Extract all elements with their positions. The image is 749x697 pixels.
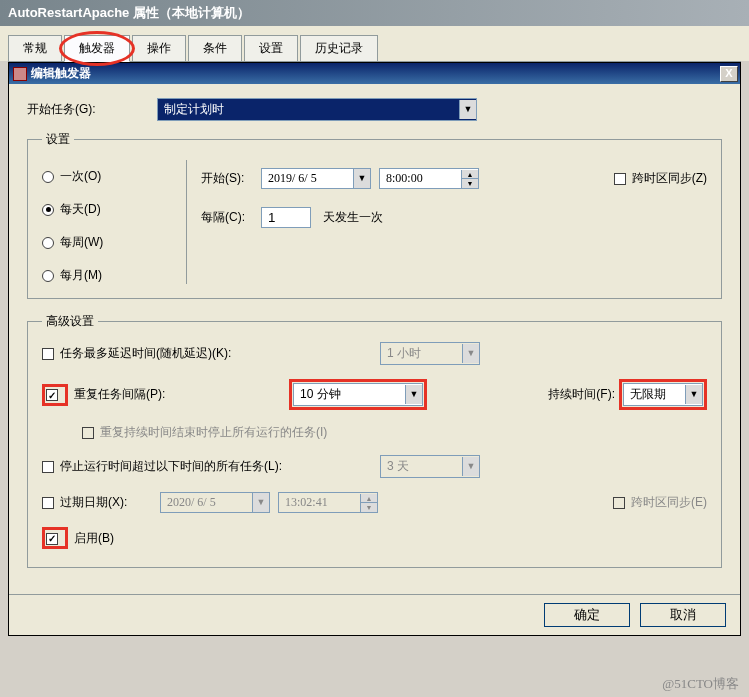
dialog-title: 编辑触发器 — [31, 65, 720, 82]
radio-icon — [42, 270, 54, 282]
dropdown-arrow-icon: ▼ — [462, 457, 479, 476]
repeat-interval-combo[interactable]: 10 分钟 ▼ — [293, 383, 423, 406]
edit-trigger-dialog: 编辑触发器 X 开始任务(G): 制定计划时 ▼ 设置 一次(O) — [8, 62, 741, 636]
cancel-button[interactable]: 取消 — [640, 603, 726, 627]
expire-time-spinner: 13:02:41 ▲▼ — [278, 492, 378, 513]
stop-after-value: 3 天 — [381, 456, 462, 477]
start-time-value: 8:00:00 — [380, 169, 461, 188]
tab-history[interactable]: 历史记录 — [300, 35, 378, 61]
repeat-interval-value: 10 分钟 — [294, 384, 405, 405]
start-label: 开始(S): — [201, 170, 261, 187]
radio-daily-label: 每天(D) — [60, 201, 101, 218]
settings-group: 设置 一次(O) 每天(D) 每周(W) — [27, 131, 722, 299]
interval-suffix: 天发生一次 — [323, 209, 383, 226]
tab-conditions[interactable]: 条件 — [188, 35, 242, 61]
dropdown-arrow-icon[interactable]: ▼ — [459, 100, 476, 119]
annotation-box — [42, 527, 68, 549]
interval-label: 每隔(C): — [201, 209, 261, 226]
radio-monthly[interactable]: 每月(M) — [42, 267, 172, 284]
dropdown-arrow-icon: ▼ — [252, 493, 269, 512]
enabled-checkbox[interactable] — [46, 533, 58, 545]
delay-checkbox[interactable] — [42, 348, 54, 360]
begin-task-combo[interactable]: 制定计划时 ▼ — [157, 98, 477, 121]
radio-weekly[interactable]: 每周(W) — [42, 234, 172, 251]
parent-window-title: AutoRestartApache 属性（本地计算机） — [0, 0, 749, 26]
advanced-legend: 高级设置 — [42, 313, 98, 330]
tab-triggers[interactable]: 触发器 — [64, 35, 130, 62]
radio-weekly-label: 每周(W) — [60, 234, 103, 251]
sync-tz-checkbox[interactable] — [614, 173, 626, 185]
expire-sync-checkbox — [613, 497, 625, 509]
expire-date-value: 2020/ 6/ 5 — [161, 493, 252, 512]
radio-monthly-label: 每月(M) — [60, 267, 102, 284]
settings-legend: 设置 — [42, 131, 74, 148]
dropdown-arrow-icon[interactable]: ▼ — [405, 385, 422, 404]
watermark: @51CTO博客 — [662, 675, 739, 693]
stop-after-combo: 3 天 ▼ — [380, 455, 480, 478]
radio-icon — [42, 171, 54, 183]
tab-triggers-label: 触发器 — [79, 41, 115, 55]
stop-at-end-label: 重复持续时间结束时停止所有运行的任务(I) — [100, 424, 327, 441]
radio-daily[interactable]: 每天(D) — [42, 201, 172, 218]
sync-tz-label: 跨时区同步(Z) — [632, 170, 707, 187]
dropdown-arrow-icon: ▼ — [462, 344, 479, 363]
dialog-titlebar: 编辑触发器 X — [9, 63, 740, 84]
duration-label: 持续时间(F): — [548, 386, 615, 403]
ok-button[interactable]: 确定 — [544, 603, 630, 627]
spinner-arrows-icon: ▲▼ — [360, 494, 377, 512]
expire-label: 过期日期(X): — [60, 494, 160, 511]
dialog-button-row: 确定 取消 — [9, 594, 740, 635]
expire-date-picker: 2020/ 6/ 5 ▼ — [160, 492, 270, 513]
begin-task-label: 开始任务(G): — [27, 101, 157, 118]
start-date-value: 2019/ 6/ 5 — [262, 169, 353, 188]
parent-body: 常规 触发器 操作 条件 设置 历史记录 — [0, 26, 749, 61]
annotation-box: 无限期 ▼ — [619, 379, 707, 410]
expire-checkbox[interactable] — [42, 497, 54, 509]
tab-general[interactable]: 常规 — [8, 35, 62, 61]
repeat-checkbox[interactable] — [46, 389, 58, 401]
delay-label: 任务最多延迟时间(随机延迟)(K): — [60, 345, 380, 362]
begin-task-value: 制定计划时 — [158, 99, 459, 120]
interval-input[interactable] — [261, 207, 311, 228]
delay-value: 1 小时 — [381, 343, 462, 364]
close-button[interactable]: X — [720, 66, 738, 82]
tab-strip: 常规 触发器 操作 条件 设置 历史记录 — [8, 35, 741, 62]
radio-icon — [42, 204, 54, 216]
delay-combo: 1 小时 ▼ — [380, 342, 480, 365]
radio-once-label: 一次(O) — [60, 168, 101, 185]
stop-after-label: 停止运行时间超过以下时间的所有任务(L): — [60, 458, 380, 475]
annotation-box — [42, 384, 68, 406]
radio-icon — [42, 237, 54, 249]
expire-time-value: 13:02:41 — [279, 493, 360, 512]
divider — [186, 160, 187, 284]
radio-once[interactable]: 一次(O) — [42, 168, 172, 185]
dropdown-arrow-icon[interactable]: ▼ — [685, 385, 702, 404]
dropdown-arrow-icon[interactable]: ▼ — [353, 169, 370, 188]
stop-at-end-checkbox — [82, 427, 94, 439]
stop-after-checkbox[interactable] — [42, 461, 54, 473]
dialog-icon — [13, 67, 27, 81]
expire-sync-label: 跨时区同步(E) — [631, 494, 707, 511]
start-date-picker[interactable]: 2019/ 6/ 5 ▼ — [261, 168, 371, 189]
tab-settings[interactable]: 设置 — [244, 35, 298, 61]
repeat-label: 重复任务间隔(P): — [74, 386, 289, 403]
tab-actions[interactable]: 操作 — [132, 35, 186, 61]
duration-value: 无限期 — [624, 384, 685, 405]
enabled-label: 启用(B) — [74, 530, 114, 547]
duration-combo[interactable]: 无限期 ▼ — [623, 383, 703, 406]
dialog-body: 开始任务(G): 制定计划时 ▼ 设置 一次(O) 每天(D) — [9, 84, 740, 594]
advanced-group: 高级设置 任务最多延迟时间(随机延迟)(K): 1 小时 ▼ 重复任务间隔(P)… — [27, 313, 722, 568]
annotation-box: 10 分钟 ▼ — [289, 379, 427, 410]
spinner-arrows-icon[interactable]: ▲▼ — [461, 170, 478, 188]
start-time-spinner[interactable]: 8:00:00 ▲▼ — [379, 168, 479, 189]
